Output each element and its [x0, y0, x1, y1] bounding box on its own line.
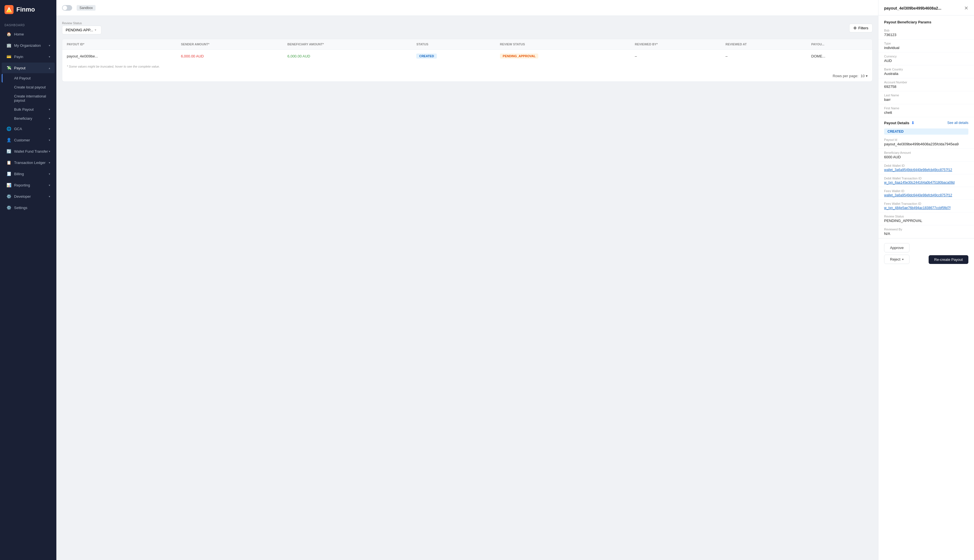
cell-reviewed-by: –: [630, 50, 721, 63]
col-review-status: REVIEW STATUS: [495, 39, 630, 50]
col-status: STATUS: [412, 39, 495, 50]
type-value: individual: [884, 46, 968, 50]
sidebar-subitem-create-international-payout[interactable]: Create international payout: [2, 92, 55, 105]
currency-label: Currency: [884, 55, 968, 58]
sidebar-item-billing[interactable]: 🧾 Billing ▾: [2, 168, 55, 179]
payout-details-label: Payout Details: [884, 121, 909, 125]
toggle-track[interactable]: [62, 5, 72, 11]
field-bank-country: Bank Country Australia: [879, 65, 974, 78]
sidebar-item-home-label: Home: [14, 32, 24, 36]
sidebar-subitem-beneficiary[interactable]: Beneficiary ▾: [2, 114, 55, 123]
right-panel: payout_4el309be499b4608a2... ✕ Payout Be…: [878, 0, 974, 560]
rows-per-page-label: Rows per page:: [832, 74, 858, 78]
review-status-filter-group: Review Status PENDING APP... ▾: [62, 22, 102, 34]
fees-wallet-txn-link[interactable]: w_txn_484e5ae76b494ac1838677ccbf5fld7f: [884, 206, 968, 210]
sidebar-item-reporting-label: Reporting: [14, 183, 30, 187]
review-status-select[interactable]: PENDING APP... ▾: [62, 26, 102, 34]
chevron-down-icon: ▾: [49, 108, 50, 111]
main-area: Sandbox 🔍 Search Review Status PENDING A…: [57, 0, 974, 560]
bank-country-value: Australia: [884, 72, 968, 76]
sandbox-toggle[interactable]: [62, 5, 72, 11]
rows-per-page-select[interactable]: 10 ▾: [861, 74, 868, 78]
sidebar-item-payout[interactable]: 💸 Payout ▴: [2, 63, 55, 73]
debit-wallet-txn-link[interactable]: w_txn_6aa145e30c244164a0b475180baca08d: [884, 180, 968, 185]
sidebar-item-customer[interactable]: 👤 Customer ▾: [2, 135, 55, 145]
chevron-down-icon: ▾: [49, 150, 50, 153]
reject-button[interactable]: Reject ▾: [884, 255, 909, 264]
filters-button[interactable]: ⚙ Filters: [849, 24, 872, 32]
customer-icon: 👤: [6, 137, 11, 143]
sidebar-item-settings[interactable]: ⚙️ Settings: [2, 202, 55, 213]
sidebar-item-gca[interactable]: 🌐 GCA ▾: [2, 123, 55, 134]
sidebar-item-transaction-ledger[interactable]: 📋 Transaction Ledger ▾: [2, 157, 55, 168]
sidebar-item-payin[interactable]: 💳 Payin ▾: [2, 51, 55, 62]
cell-beneficiary-amount: 6,000.00 AUD: [283, 50, 412, 63]
field-fees-wallet-id: Fees Wallet ID wallet_3a6a9549dc6440e98e…: [879, 187, 974, 200]
sidebar-item-reporting[interactable]: 📊 Reporting ▾: [2, 180, 55, 190]
approve-button[interactable]: Approve: [884, 243, 909, 252]
chevron-down-icon: ▾: [49, 55, 50, 58]
bulk-payout-label: Bulk Payout: [14, 107, 33, 112]
field-payout-id: Payout Id payout_4el309be499b4608a235fcl…: [879, 136, 974, 149]
billing-icon: 🧾: [6, 171, 11, 176]
field-first-name: First Name chett: [879, 104, 974, 117]
reporting-icon: 📊: [6, 183, 11, 188]
sidebar-item-wallet-fund-transfer[interactable]: 🔄 Wallet Fund Transfer ▾: [2, 146, 55, 157]
recreate-payout-button[interactable]: Re-create Payout: [929, 255, 968, 264]
review-status-label: Review Status: [62, 22, 102, 25]
field-review-status-detail: Review Status PENDING_APPROVAL: [879, 212, 974, 225]
payout-table-container: PAYOUT ID* SENDER AMOUNT* BENEFICIARY AM…: [62, 39, 872, 82]
debit-wallet-txn-label: Debit Wallet Transaction ID: [884, 177, 968, 180]
payin-icon: 💳: [6, 54, 11, 59]
table-row[interactable]: payout_4el309be... 6,000.00 AUD 6,000.00…: [62, 50, 872, 63]
sidebar-item-home[interactable]: 🏠 Home: [2, 29, 55, 40]
beneficiary-section-title: Payout Beneficiary Params: [879, 15, 974, 27]
field-last-name: Last Name barr: [879, 91, 974, 104]
see-all-details-link[interactable]: See all details: [947, 121, 968, 125]
panel-header: payout_4el309be499b4608a2... ✕: [879, 0, 974, 15]
payout-status-badge: CREATED: [884, 128, 968, 135]
beneficiary-amount-value: 6000 AUD: [884, 155, 968, 159]
rows-per-page-value: 10: [861, 74, 865, 78]
download-icon[interactable]: ⬇: [911, 120, 914, 125]
field-currency: Currency AUD: [879, 52, 974, 65]
reviewed-by-detail-value: N/A: [884, 232, 968, 236]
chevron-down-icon: ▾: [49, 117, 50, 120]
sidebar-subitem-bulk-payout[interactable]: Bulk Payout ▾: [2, 105, 55, 114]
sidebar-subitem-all-payout[interactable]: All Payout: [2, 74, 55, 83]
content-area: Review Status PENDING APP... ▾ ⚙ Filters…: [57, 16, 878, 560]
app-name: Finmo: [16, 6, 35, 13]
chevron-down-icon: ▾: [902, 258, 904, 261]
approve-row: Approve: [884, 243, 968, 252]
col-reviewed-by: REVIEWED BY*: [630, 39, 721, 50]
create-local-payout-label: Create local payout: [14, 85, 46, 89]
sidebar-item-developer-label: Developer: [14, 194, 31, 198]
account-number-label: Account Number: [884, 80, 968, 84]
sidebar-subitem-create-local-payout[interactable]: Create local payout: [2, 83, 55, 92]
cell-payout-id: payout_4el309be...: [62, 50, 177, 63]
toggle-thumb: [63, 6, 67, 10]
close-button[interactable]: ✕: [964, 5, 968, 11]
field-type: Type individual: [879, 40, 974, 52]
sidebar-item-customer-label: Customer: [14, 138, 30, 142]
debit-wallet-id-link[interactable]: wallet_3a6a9549dc6440e98efcb49cc8757f12: [884, 168, 968, 172]
cell-status: CREATED: [412, 50, 495, 63]
chevron-down-icon: ▾: [49, 44, 50, 47]
chevron-down-icon: ▾: [95, 28, 97, 32]
sidebar-item-developer[interactable]: ⚙️ Developer ▾: [2, 191, 55, 202]
filters-label: Filters: [859, 26, 868, 30]
chevron-down-icon: ▾: [866, 74, 868, 78]
payout-submenu: All Payout Create local payout Create in…: [0, 73, 57, 123]
reject-label: Reject: [890, 257, 901, 262]
organization-icon: 🏢: [6, 43, 11, 48]
payout-id-label: Payout Id: [884, 138, 968, 142]
sidebar-item-my-organization[interactable]: 🏢 My Organization ▾: [2, 40, 55, 51]
ledger-icon: 📋: [6, 160, 11, 165]
chevron-down-icon: ▾: [49, 184, 50, 187]
type-label: Type: [884, 42, 968, 45]
beneficiary-amount-label: Beneficiary Amount: [884, 151, 968, 154]
col-beneficiary-amount: BENEFICIARY AMOUNT*: [283, 39, 412, 50]
table-footer: Rows per page: 10 ▾: [62, 70, 872, 82]
payout-id-value: payout_4el309be499b4608a235fclda7945ea9: [884, 142, 968, 146]
fees-wallet-id-link[interactable]: wallet_3a6a9549dc6440e98efcb49cc8757f12: [884, 193, 968, 197]
